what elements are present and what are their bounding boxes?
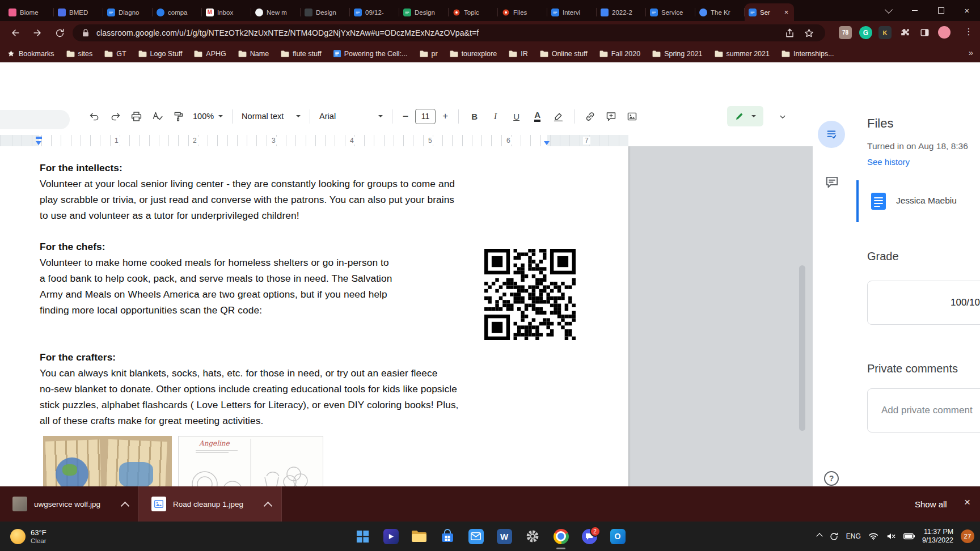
browser-tab[interactable]: Diagno: [103, 3, 153, 21]
bookmark-item[interactable]: flute stuff: [281, 50, 322, 58]
bookmark-item[interactable]: Powering the Cell:...: [333, 50, 408, 58]
bookmark-item[interactable]: Spring 2021: [652, 50, 702, 58]
grammarly-icon[interactable]: G: [859, 26, 872, 39]
download-menu-chevron-icon[interactable]: [121, 501, 130, 510]
weather-widget[interactable]: 63°F Clear: [7, 522, 50, 551]
hide-menus-icon[interactable]: [774, 109, 792, 124]
bookmark-item[interactable]: GT: [104, 50, 126, 58]
underline-icon[interactable]: U: [506, 107, 527, 125]
tab-close-icon[interactable]: ×: [783, 8, 790, 16]
password-manager-icon[interactable]: K: [878, 26, 892, 39]
taskbar-mail-icon[interactable]: [467, 528, 484, 545]
hidden-icons-chevron[interactable]: [816, 533, 822, 539]
taskbar-settings-icon[interactable]: [524, 528, 541, 545]
browser-tab[interactable]: Topic: [449, 3, 498, 21]
back-icon[interactable]: [9, 26, 22, 40]
taskbar-word-icon[interactable]: W: [496, 528, 513, 545]
bookmark-item[interactable]: IR: [509, 50, 528, 58]
menus-pill[interactable]: [0, 110, 70, 129]
downloads-close-icon[interactable]: ×: [964, 496, 970, 508]
browser-tab[interactable]: Design: [399, 3, 449, 21]
browser-tab[interactable]: compa: [153, 3, 202, 21]
zoom-select[interactable]: 100%: [189, 107, 227, 125]
browser-tab[interactable]: MInbox: [202, 3, 251, 21]
bookmark-item[interactable]: Online stuff: [540, 50, 588, 58]
help-icon[interactable]: ?: [824, 471, 839, 486]
taskbar-chat-icon[interactable]: 2: [581, 528, 598, 545]
taskbar-start-icon[interactable]: [354, 528, 371, 545]
paragraph-style-select[interactable]: Normal text: [238, 107, 305, 125]
browser-tab[interactable]: Biome: [5, 3, 54, 21]
insert-link-icon[interactable]: [580, 107, 601, 125]
bookmark-item[interactable]: Internships...: [782, 50, 834, 58]
sync-icon[interactable]: [829, 532, 839, 541]
comments-panel-button[interactable]: [822, 172, 842, 192]
paint-format-icon[interactable]: [168, 107, 189, 125]
refresh-icon[interactable]: [53, 26, 66, 40]
bookmark-item[interactable]: sites: [66, 50, 93, 58]
first-line-indent-marker[interactable]: [36, 137, 42, 139]
download-item[interactable]: uwgservice wolf.jpg: [0, 486, 138, 522]
omnibox[interactable]: classroom.google.com/u/1/g/tg/NTEzOTk2Nz…: [73, 24, 825, 41]
browser-tab[interactable]: Ser×: [745, 3, 794, 21]
browser-tab[interactable]: Intervi: [547, 3, 597, 21]
add-comment-icon[interactable]: [601, 107, 622, 125]
right-margin-marker[interactable]: [544, 141, 550, 145]
minimize-button[interactable]: [902, 0, 928, 21]
decrease-font-size-icon[interactable]: −: [398, 107, 413, 125]
bookmark-item[interactable]: tourexplore: [450, 50, 497, 58]
download-menu-chevron-icon[interactable]: [264, 501, 273, 510]
bookmark-item[interactable]: summer 2021: [715, 50, 770, 58]
see-history-link[interactable]: See history: [867, 157, 910, 167]
bookmark-item[interactable]: Name: [238, 50, 269, 58]
grade-input[interactable]: 100/100: [867, 281, 980, 325]
battery-icon[interactable]: [903, 533, 915, 540]
spellcheck-icon[interactable]: [147, 107, 168, 125]
bookmarks-overflow-icon[interactable]: »: [969, 48, 973, 57]
bookmark-star-icon[interactable]: [802, 27, 815, 39]
maximize-button[interactable]: [928, 0, 954, 21]
bookmark-item[interactable]: Bookmarks: [7, 49, 54, 58]
left-margin-marker[interactable]: [36, 141, 41, 145]
taskbar-media-player-icon[interactable]: [382, 528, 399, 545]
bookmark-item[interactable]: APHG: [194, 50, 226, 58]
browser-menu-icon[interactable]: ⋮: [964, 26, 973, 37]
notification-count-badge[interactable]: 27: [961, 529, 974, 543]
browser-tab[interactable]: 09/12-: [350, 3, 399, 21]
text-color-icon[interactable]: A: [527, 107, 548, 125]
file-item[interactable]: Jessica Maebiu: [856, 180, 980, 222]
split-view-icon[interactable]: [918, 26, 931, 39]
document-page[interactable]: Angeline For the intellects:Volunteer at…: [0, 146, 628, 522]
bookmark-item[interactable]: Logo Stuff: [138, 50, 183, 58]
browser-tab[interactable]: BMED: [54, 3, 103, 21]
bookmark-item[interactable]: pr: [420, 50, 438, 58]
grade-panel-button[interactable]: [818, 121, 845, 148]
redo-icon[interactable]: [105, 107, 126, 125]
profile-avatar[interactable]: [938, 26, 951, 39]
highlight-color-icon[interactable]: [548, 107, 569, 125]
wifi-icon[interactable]: [868, 532, 878, 541]
close-button[interactable]: ×: [954, 0, 980, 21]
show-all-downloads-button[interactable]: Show all: [909, 486, 953, 522]
language-indicator[interactable]: ENG: [846, 532, 861, 540]
browser-tab[interactable]: The Kr: [695, 3, 745, 21]
insert-image-icon[interactable]: [622, 107, 643, 125]
bookmark-item[interactable]: Fall 2020: [599, 50, 640, 58]
font-select[interactable]: Arial: [315, 107, 387, 125]
document-canvas[interactable]: Angeline For the intellects:Volunteer at…: [0, 146, 813, 522]
print-icon[interactable]: [126, 107, 147, 125]
font-size-input[interactable]: 11: [415, 109, 436, 124]
browser-tab[interactable]: 2022-2: [597, 3, 646, 21]
document-scrollbar[interactable]: [799, 265, 805, 431]
extensions-puzzle-icon[interactable]: [898, 26, 911, 39]
taskbar-store-icon[interactable]: [439, 528, 456, 545]
browser-tab[interactable]: New m: [251, 3, 301, 21]
taskbar-outlook-icon[interactable]: O: [609, 528, 626, 545]
extension-badge-icon[interactable]: 78: [839, 26, 852, 39]
forward-icon[interactable]: [31, 26, 44, 40]
undo-icon[interactable]: [84, 107, 105, 125]
increase-font-size-icon[interactable]: +: [437, 107, 453, 125]
private-comment-input[interactable]: Add private comment: [867, 388, 980, 433]
italic-icon[interactable]: I: [485, 107, 506, 125]
tab-search-chevron-icon[interactable]: [876, 0, 902, 21]
